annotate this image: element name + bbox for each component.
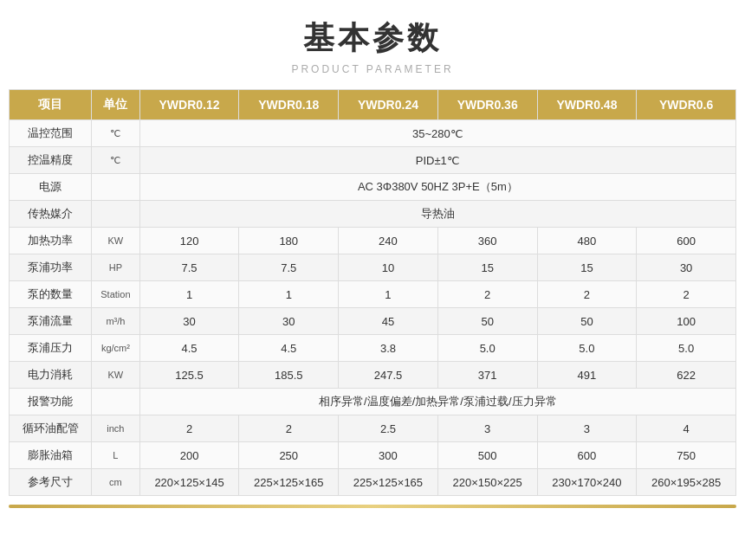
cell-item-2: 电源: [10, 174, 92, 201]
cell-13-0: 220×125×145: [139, 469, 239, 496]
cell-9-5: 622: [637, 362, 736, 389]
page-title: 基本参数: [303, 17, 442, 60]
param-table: 项目单位YWDR0.12YWDR0.18YWDR0.24YWDR0.36YWDR…: [9, 89, 736, 496]
cell-12-0: 200: [139, 442, 239, 469]
table-row: 电源AC 3Φ380V 50HZ 3P+E（5m）: [10, 174, 736, 201]
cell-12-4: 600: [537, 442, 637, 469]
cell-6-5: 2: [637, 281, 736, 308]
cell-11-1: 2: [239, 415, 339, 442]
cell-13-1: 225×125×165: [239, 469, 339, 496]
cell-item-6: 泵的数量: [10, 281, 92, 308]
page-subtitle: PRODUCT PARAMETER: [291, 63, 453, 75]
cell-11-0: 2: [139, 415, 239, 442]
cell-4-0: 120: [139, 228, 239, 254]
cell-7-1: 30: [239, 308, 339, 335]
cell-item-10: 报警功能: [10, 389, 92, 415]
cell-item-5: 泵浦功率: [10, 254, 92, 281]
bottom-bar: [9, 505, 736, 508]
cell-8-2: 3.8: [339, 335, 438, 362]
cell-item-0: 温控范围: [10, 120, 92, 147]
table-row: 温控范围℃35~280℃: [10, 120, 736, 147]
cell-4-5: 600: [637, 228, 736, 254]
header-cell-7: YWDR0.6: [637, 90, 736, 120]
cell-5-4: 15: [537, 254, 637, 281]
cell-5-3: 15: [437, 254, 537, 281]
cell-5-0: 7.5: [139, 254, 239, 281]
cell-7-2: 45: [339, 308, 438, 335]
table-row: 参考尺寸cm220×125×145225×125×165225×125×1652…: [10, 469, 736, 496]
cell-span-3: 导热油: [139, 201, 735, 228]
cell-unit-8: kg/cm²: [92, 335, 140, 362]
cell-5-1: 7.5: [239, 254, 339, 281]
cell-span-2: AC 3Φ380V 50HZ 3P+E（5m）: [139, 174, 735, 201]
cell-unit-9: KW: [92, 362, 140, 389]
cell-8-0: 4.5: [139, 335, 239, 362]
cell-unit-13: cm: [92, 469, 140, 496]
cell-6-4: 2: [537, 281, 637, 308]
cell-13-4: 230×170×240: [537, 469, 637, 496]
cell-5-2: 10: [339, 254, 438, 281]
cell-item-1: 控温精度: [10, 147, 92, 174]
cell-unit-5: HP: [92, 254, 140, 281]
cell-span-10: 相序异常/温度偏差/加热异常/泵浦过载/压力异常: [139, 389, 735, 415]
cell-4-2: 240: [339, 228, 438, 254]
cell-12-1: 250: [239, 442, 339, 469]
header-cell-2: YWDR0.12: [139, 90, 239, 120]
cell-11-5: 4: [637, 415, 736, 442]
cell-unit-3: [92, 201, 140, 228]
cell-item-9: 电力消耗: [10, 362, 92, 389]
table-row: 膨胀油箱L200250300500600750: [10, 442, 736, 469]
cell-8-3: 5.0: [437, 335, 537, 362]
table-row: 控温精度℃PID±1℃: [10, 147, 736, 174]
cell-7-0: 30: [139, 308, 239, 335]
table-row: 循环油配管inch222.5334: [10, 415, 736, 442]
cell-item-7: 泵浦流量: [10, 308, 92, 335]
cell-item-11: 循环油配管: [10, 415, 92, 442]
header-cell-1: 单位: [92, 90, 140, 120]
cell-unit-2: [92, 174, 140, 201]
cell-9-0: 125.5: [139, 362, 239, 389]
cell-7-3: 50: [437, 308, 537, 335]
table-row: 报警功能相序异常/温度偏差/加热异常/泵浦过载/压力异常: [10, 389, 736, 415]
table-row: 泵浦流量m³/h3030455050100: [10, 308, 736, 335]
header-cell-3: YWDR0.18: [239, 90, 339, 120]
cell-6-1: 1: [239, 281, 339, 308]
table-row: 泵浦功率HP7.57.510151530: [10, 254, 736, 281]
cell-12-2: 300: [339, 442, 438, 469]
cell-item-4: 加热功率: [10, 228, 92, 254]
cell-11-3: 3: [437, 415, 537, 442]
cell-13-5: 260×195×285: [637, 469, 736, 496]
header-cell-5: YWDR0.36: [437, 90, 537, 120]
cell-11-4: 3: [537, 415, 637, 442]
cell-unit-6: Station: [92, 281, 140, 308]
cell-7-5: 100: [637, 308, 736, 335]
cell-9-4: 491: [537, 362, 637, 389]
cell-unit-11: inch: [92, 415, 140, 442]
table-row: 电力消耗KW125.5185.5247.5371491622: [10, 362, 736, 389]
table-row: 泵浦压力kg/cm²4.54.53.85.05.05.0: [10, 335, 736, 362]
cell-4-4: 480: [537, 228, 637, 254]
cell-9-1: 185.5: [239, 362, 339, 389]
cell-5-5: 30: [637, 254, 736, 281]
cell-item-13: 参考尺寸: [10, 469, 92, 496]
cell-item-12: 膨胀油箱: [10, 442, 92, 469]
cell-unit-0: ℃: [92, 120, 140, 147]
cell-12-3: 500: [437, 442, 537, 469]
cell-unit-7: m³/h: [92, 308, 140, 335]
cell-item-3: 传热媒介: [10, 201, 92, 228]
cell-7-4: 50: [537, 308, 637, 335]
cell-8-4: 5.0: [537, 335, 637, 362]
table-row: 加热功率KW120180240360480600: [10, 228, 736, 254]
cell-8-5: 5.0: [637, 335, 736, 362]
table-row: 传热媒介导热油: [10, 201, 736, 228]
cell-9-2: 247.5: [339, 362, 438, 389]
cell-unit-12: L: [92, 442, 140, 469]
header-cell-4: YWDR0.24: [339, 90, 438, 120]
cell-6-2: 1: [339, 281, 438, 308]
cell-4-1: 180: [239, 228, 339, 254]
table-header: 项目单位YWDR0.12YWDR0.18YWDR0.24YWDR0.36YWDR…: [10, 90, 736, 120]
cell-6-3: 2: [437, 281, 537, 308]
header-cell-6: YWDR0.48: [537, 90, 637, 120]
cell-11-2: 2.5: [339, 415, 438, 442]
table-row: 泵的数量Station111222: [10, 281, 736, 308]
